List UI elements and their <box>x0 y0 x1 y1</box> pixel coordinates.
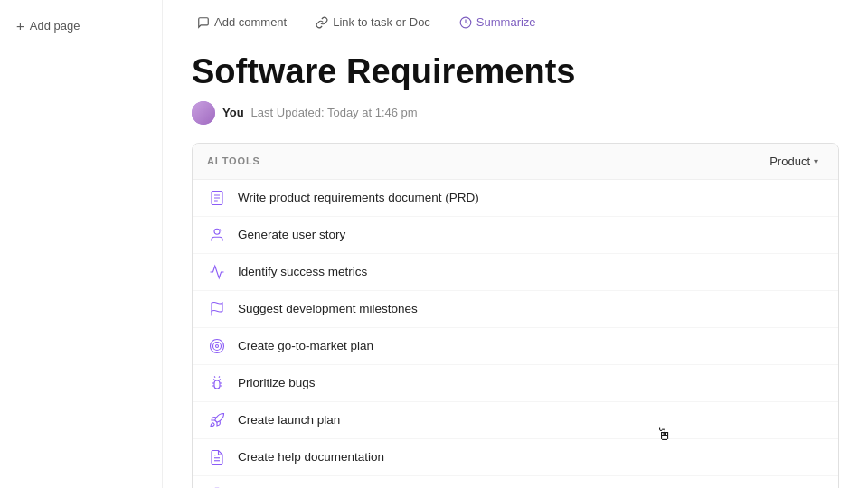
svg-point-4 <box>211 339 224 352</box>
bug-icon <box>207 373 227 393</box>
summarize-button[interactable]: Summarize <box>454 11 542 33</box>
plus-icon: + <box>16 18 24 33</box>
ai-tools-label: AI TOOLS <box>207 155 260 166</box>
last-updated: Last Updated: Today at 1:46 pm <box>251 106 418 119</box>
link-to-task-button[interactable]: Link to task or Doc <box>310 11 436 33</box>
svg-point-5 <box>213 342 222 350</box>
author-name: You <box>222 106 244 119</box>
tool-item[interactable]: Generate user story <box>193 217 838 254</box>
tool-item[interactable]: Identify success metrics <box>193 254 838 291</box>
tool-label: Identify success metrics <box>238 265 367 278</box>
sidebar: + Add page <box>0 0 163 488</box>
category-dropdown-button[interactable]: Product ▾ <box>764 153 824 170</box>
tool-item[interactable]: Suggest development milestones <box>193 291 838 328</box>
avatar <box>192 101 215 125</box>
add-comment-label: Add comment <box>214 15 287 29</box>
page-title: Software Requirements <box>192 52 839 92</box>
category-label: Product <box>769 155 810 168</box>
user-icon <box>207 225 227 245</box>
tool-label: Write product requirements document (PRD… <box>238 191 479 204</box>
tool-list: Write product requirements document (PRD… <box>193 180 838 488</box>
main-content: Add comment Link to task or Doc Summariz… <box>163 0 868 488</box>
beaker-icon <box>207 484 227 488</box>
toolbar: Add comment Link to task or Doc Summariz… <box>192 0 839 42</box>
add-page-label: Add page <box>30 19 80 33</box>
chevron-down-icon: ▾ <box>814 156 818 166</box>
doc2-icon <box>207 447 227 467</box>
target-icon <box>207 336 227 356</box>
doc-icon <box>207 188 227 208</box>
flag-icon <box>207 299 227 319</box>
ai-tools-header: AI TOOLS Product ▾ <box>193 144 838 180</box>
tool-label: Create help documentation <box>238 450 384 464</box>
tool-label: Suggest development milestones <box>238 302 418 315</box>
author-row: You Last Updated: Today at 1:46 pm <box>192 101 839 125</box>
rocket-icon <box>207 410 227 430</box>
tool-item[interactable]: Write product requirements document (PRD… <box>193 180 838 217</box>
summarize-label: Summarize <box>476 15 536 29</box>
tool-item[interactable]: Create help documentation <box>193 439 838 476</box>
tool-item[interactable]: Design user testing study <box>193 476 838 488</box>
tool-item[interactable]: Create go-to-market plan <box>193 328 838 365</box>
tool-item[interactable]: Create launch plan <box>193 402 838 439</box>
tool-label: Create launch plan <box>238 413 340 427</box>
svg-point-6 <box>216 344 219 347</box>
svg-point-2 <box>214 229 220 234</box>
tool-label: Generate user story <box>238 228 345 241</box>
comment-icon <box>197 14 210 29</box>
ai-tools-panel: AI TOOLS Product ▾ Write product require… <box>192 143 839 488</box>
add-comment-button[interactable]: Add comment <box>192 11 292 33</box>
link-to-task-label: Link to task or Doc <box>333 15 430 29</box>
tool-item[interactable]: Prioritize bugs <box>193 365 838 402</box>
add-page-button[interactable]: + Add page <box>11 14 151 37</box>
tool-label: Create go-to-market plan <box>238 339 373 352</box>
chart-icon <box>207 262 227 282</box>
summarize-icon <box>459 14 472 29</box>
link-icon <box>316 14 328 29</box>
tool-label: Prioritize bugs <box>238 376 316 389</box>
